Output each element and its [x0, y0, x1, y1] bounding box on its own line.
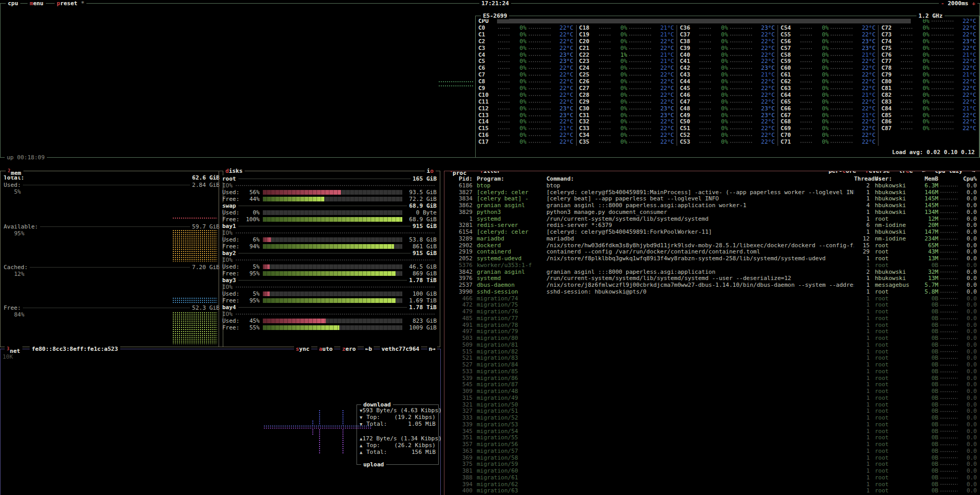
disks-box-title[interactable]: disks: [223, 168, 245, 174]
proc-row[interactable]: 545migration/871root0B0.0: [444, 382, 980, 388]
cpu-box-title[interactable]: cpu: [6, 0, 20, 7]
proc-row[interactable]: 345migration/541root0B0.0: [444, 428, 980, 435]
proc-col-user[interactable]: User:: [875, 176, 915, 183]
proc-row[interactable]: 485migration/771root0B0.0: [444, 315, 980, 322]
core-id: C81: [881, 85, 899, 92]
proc-mem-meter: [940, 218, 958, 220]
proc-mem: 0B: [915, 309, 938, 315]
proc-mem-meter: [940, 338, 958, 339]
proc-row[interactable]: 539migration/861root0B0.0: [444, 375, 980, 382]
net-box-title[interactable]: 3net: [5, 346, 22, 354]
proc-row[interactable]: 394migration/621root0B0.0: [444, 481, 980, 488]
preset-button[interactable]: preset *: [55, 0, 86, 7]
proc-mem-meter: [940, 298, 958, 299]
core-usage-pct: 0%: [814, 39, 829, 45]
proc-box-title[interactable]: 4proc: [448, 171, 468, 176]
proc-row[interactable]: 357migration/561root0B0.0: [444, 441, 980, 448]
proc-col-program[interactable]: Program:: [477, 176, 541, 183]
proc-cpu-pct: 0.0: [959, 256, 977, 262]
proc-mem-meter: [940, 411, 958, 412]
proc-sort-left-arrow[interactable]: ←: [921, 171, 927, 174]
proc-row[interactable]: 309migration/481root0B0.0: [444, 388, 980, 395]
interval-plus-button[interactable]: +: [972, 0, 975, 7]
net-down-top-value: (19.2 Kibps): [394, 414, 436, 421]
proc-row[interactable]: 363migration/571root0B0.0: [444, 448, 980, 455]
proc-row[interactable]: 3990sshd-sessionsshd-session: hbukowski@…: [444, 289, 980, 296]
proc-mem-meter: [940, 424, 958, 426]
net-device[interactable]: fe80::8cc3:8eff:fe1c:a523: [30, 346, 120, 352]
proc-tree-toggle[interactable]: tree: [897, 171, 914, 174]
proc-row[interactable]: 369migration/581root0B0.0: [444, 455, 980, 462]
proc-filter-button[interactable]: filter: [478, 171, 503, 174]
proc-row[interactable]: 3834[celery beat] -[celery beat] --app p…: [444, 196, 980, 202]
proc-row[interactable]: 503migration/801root0B0.0: [444, 335, 980, 342]
net-zero-toggle[interactable]: zero: [340, 346, 358, 352]
mem-total-row: Total: 62.6 GiB: [4, 174, 220, 181]
dotted-leader: [931, 128, 954, 130]
proc-reverse-toggle[interactable]: reverse: [864, 171, 891, 174]
proc-row[interactable]: 521migration/831root0B0.0: [444, 355, 980, 362]
cpu-core-row: C290%22°C: [577, 99, 677, 106]
proc-col-cpu[interactable]: Cpu%: [959, 176, 977, 183]
dotted-leader: [830, 34, 853, 36]
proc-row[interactable]: 527migration/841root0B0.0: [444, 362, 980, 369]
proc-row[interactable]: 3976systemd/run/current-system/systemd/l…: [444, 275, 980, 282]
proc-row[interactable]: 491migration/781root0B0.0: [444, 322, 980, 329]
proc-row[interactable]: 497migration/791root0B0.0: [444, 328, 980, 335]
proc-row[interactable]: 472migration/751root0B0.0: [444, 302, 980, 309]
proc-row[interactable]: 388migration/611root0B0.0: [444, 475, 980, 481]
proc-sort-selector[interactable]: cpu lazy: [933, 171, 964, 174]
core-temp: 23°C: [553, 106, 574, 112]
proc-row[interactable]: 339migration/531root0B0.0: [444, 422, 980, 428]
proc-col-command[interactable]: Command:: [546, 176, 854, 183]
dotted-leader: [498, 101, 511, 103]
net-next-iface-button[interactable]: n→: [427, 346, 437, 352]
proc-row[interactable]: 3827[celeryd: celer[celeryd: celery@f5b4…: [444, 189, 980, 196]
proc-row[interactable]: 2537dbus-daemon/nix/store/j8z6fmlwczfl9j…: [444, 282, 980, 289]
net-sync-toggle[interactable]: sync: [294, 346, 311, 352]
proc-row[interactable]: 3862granian asginlgranian asginl :::8000…: [444, 202, 980, 209]
mem-box-title[interactable]: 2mem: [6, 168, 23, 176]
proc-per-core-toggle[interactable]: per-core: [827, 171, 858, 174]
proc-row[interactable]: 479migration/761root0B0.0: [444, 309, 980, 315]
proc-row[interactable]: 533migration/851root0B0.0: [444, 369, 980, 375]
proc-row[interactable]: 375migration/591root0B0.0: [444, 461, 980, 468]
disk-name-row: bay31.78 TiB: [219, 277, 440, 284]
net-auto-toggle[interactable]: auto: [317, 346, 335, 352]
proc-row[interactable]: 6186btopbtop2hbukowski6.3M0.0: [444, 183, 980, 189]
dotted-leader: [498, 41, 511, 43]
proc-row[interactable]: 1systemd/run/current-system/systemd/lib/…: [444, 216, 980, 223]
proc-row[interactable]: 400migration/631root0B0.0: [444, 488, 980, 494]
core-usage-pct: 0%: [915, 106, 930, 112]
proc-col-threads[interactable]: Threads:: [854, 176, 870, 183]
proc-row[interactable]: 3281redis-serverredis-server *:63796nm-i…: [444, 222, 980, 229]
proc-row[interactable]: 515migration/821root0B0.0: [444, 349, 980, 356]
proc-row[interactable]: 351migration/551root0B0.0: [444, 435, 980, 441]
cpu-core-row: C820%22°C: [879, 92, 979, 99]
proc-row[interactable]: 3829python3python3 manage.py document_co…: [444, 209, 980, 216]
proc-col-pid[interactable]: Pid:: [448, 176, 473, 183]
menu-button[interactable]: menu: [28, 0, 46, 7]
proc-row[interactable]: 321migration/501root0B0.0: [444, 402, 980, 409]
proc-row[interactable]: 2052systemd-udevd/nix/store/f8plklbbq3gw…: [444, 256, 980, 262]
net-prev-iface-button[interactable]: ←b: [364, 346, 374, 352]
proc-col-memb[interactable]: MemB: [915, 176, 938, 183]
proc-row[interactable]: 466migration/741root0B0.0: [444, 296, 980, 302]
proc-row[interactable]: 2902dockerd/nix/store/hw03d6fdkm3s8y8hjy…: [444, 243, 980, 249]
proc-row[interactable]: 315migration/491root0B0.0: [444, 395, 980, 402]
proc-row[interactable]: 333migration/521root0B0.0: [444, 415, 980, 422]
proc-sort-right-arrow[interactable]: →: [970, 171, 977, 174]
proc-row[interactable]: 3842granian asginlgranian asginl :::8000…: [444, 269, 980, 276]
proc-row[interactable]: 509migration/811root0B0.0: [444, 342, 980, 349]
proc-row[interactable]: 327migration/511root0B0.0: [444, 408, 980, 415]
dotted-leader: [830, 115, 853, 117]
proc-row[interactable]: 3289mariadbdmariadbd12nm-iodine234M0.0: [444, 236, 980, 243]
interval-minus-button[interactable]: -: [941, 0, 945, 7]
core-temp: 22°C: [653, 92, 674, 99]
proc-row[interactable]: 2919containerdcontainerd --config /var/r…: [444, 249, 980, 256]
proc-row[interactable]: 6154[celeryd: celer[celeryd: celery@f5b4…: [444, 229, 980, 236]
proc-row[interactable]: 381migration/601root0B0.0: [444, 468, 980, 475]
proc-threads: 1: [854, 229, 870, 236]
disks-io-toggle[interactable]: io: [425, 168, 436, 174]
proc-row[interactable]: 5376kworker/u353:1-f1root0B0.0: [444, 262, 980, 269]
